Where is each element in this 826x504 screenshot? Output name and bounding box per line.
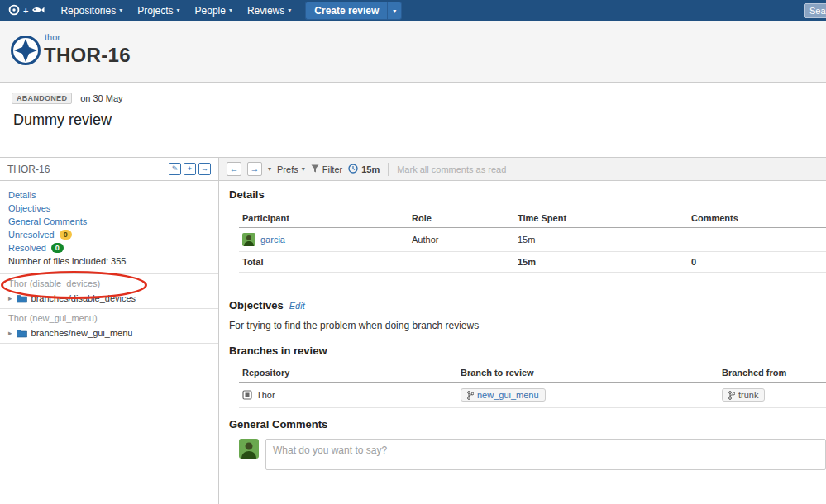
create-review-dropdown-button[interactable]: ▾ bbox=[387, 2, 402, 20]
nav-menu-repositories[interactable]: Repositories ▾ bbox=[53, 0, 130, 21]
review-header: thor THOR-16 bbox=[0, 21, 826, 83]
time-spent-button[interactable]: 15m bbox=[348, 164, 380, 175]
branches-section: Branches in review Repository Branch to … bbox=[229, 345, 826, 408]
branch-icon bbox=[728, 391, 735, 400]
table-total-row: Total 15m 0 bbox=[239, 252, 826, 273]
content-body: Details Participant Role Time Spent Comm… bbox=[219, 181, 826, 470]
previous-comment-button[interactable]: ← bbox=[227, 162, 241, 176]
folder-icon bbox=[17, 329, 27, 338]
chevron-down-icon: ▾ bbox=[119, 7, 122, 14]
participant-role: Author bbox=[408, 228, 514, 252]
total-label: Total bbox=[239, 252, 408, 273]
sidebar-item-unresolved[interactable]: Unresolved 0 bbox=[8, 228, 210, 241]
general-comments-heading: General Comments bbox=[229, 418, 826, 430]
nav-options-dropdown[interactable]: ▾ bbox=[268, 165, 271, 173]
tree-item-new-gui-menu[interactable]: ▸ branches/new_gui_menu bbox=[0, 325, 218, 344]
tree-item-label: branches/new_gui_menu bbox=[31, 328, 133, 338]
arrow-right-icon: → bbox=[251, 164, 260, 174]
branches-table: Repository Branch to review Branched fro… bbox=[239, 364, 826, 408]
sidebar-item-label: Details bbox=[8, 188, 36, 202]
add-icon[interactable]: + bbox=[184, 163, 196, 175]
edit-icon[interactable]: ✎ bbox=[169, 163, 181, 175]
create-review-button[interactable]: Create review bbox=[305, 2, 387, 20]
sidebar-item-details[interactable]: Details bbox=[8, 188, 210, 202]
main-area: THOR-16 ✎ + → Details Objectives General… bbox=[0, 157, 826, 504]
filter-label: Filter bbox=[322, 164, 342, 174]
objectives-edit-link[interactable]: Edit bbox=[289, 301, 305, 311]
app-logo[interactable]: + bbox=[0, 4, 53, 18]
table-row: Thor new_gui_menu bbox=[239, 383, 826, 408]
tree-expander-icon[interactable]: ▸ bbox=[8, 295, 12, 302]
sidebar-item-label: General Comments bbox=[8, 215, 87, 228]
tree-item-disable-devices[interactable]: ▸ branches/disable_devices bbox=[0, 290, 218, 309]
project-breadcrumb-link[interactable]: thor bbox=[45, 32, 60, 42]
avatar bbox=[239, 439, 259, 459]
logo-plus: + bbox=[23, 6, 28, 16]
column-header: Participant bbox=[239, 209, 408, 228]
resolved-count-badge: 0 bbox=[51, 243, 64, 253]
chevron-down-icon: ▾ bbox=[302, 165, 305, 173]
branch-tag: trunk bbox=[722, 388, 765, 402]
column-header: Branched from bbox=[719, 364, 826, 383]
repo-group-header: Thor (new_gui_menu) bbox=[0, 309, 218, 325]
divider bbox=[388, 163, 389, 176]
participants-table: Participant Role Time Spent Comments bbox=[239, 209, 826, 273]
participant-time: 15m bbox=[514, 228, 688, 252]
general-comments-section: General Comments bbox=[229, 418, 826, 470]
comment-input[interactable] bbox=[265, 439, 826, 470]
filter-button[interactable]: Filter bbox=[311, 164, 342, 174]
crucible-logo-icon bbox=[8, 4, 20, 18]
table-row: garcia Author 15m bbox=[239, 228, 826, 252]
total-comments: 0 bbox=[688, 252, 826, 273]
mark-all-read-button[interactable]: Mark all comments as read bbox=[397, 164, 506, 174]
branched-from-label: trunk bbox=[738, 390, 758, 400]
next-comment-button[interactable]: → bbox=[247, 162, 262, 176]
expand-panel-icon[interactable]: → bbox=[198, 163, 211, 175]
avatar bbox=[242, 233, 255, 246]
participant-link[interactable]: garcia bbox=[260, 235, 285, 245]
review-title: Dummy review bbox=[13, 112, 112, 129]
funnel-icon bbox=[311, 164, 319, 174]
chevron-down-icon: ▾ bbox=[288, 7, 291, 14]
nav-menu-projects[interactable]: Projects ▾ bbox=[130, 0, 187, 21]
column-header: Role bbox=[408, 209, 514, 228]
prefs-button[interactable]: Prefs ▾ bbox=[277, 164, 305, 174]
branch-to-review-link[interactable]: new_gui_menu bbox=[477, 390, 539, 400]
repo-group-header: Thor (disable_devices) bbox=[0, 274, 218, 290]
tree-expander-icon[interactable]: ▸ bbox=[8, 330, 12, 337]
total-time: 15m bbox=[514, 252, 688, 273]
arrow-left-icon: ← bbox=[230, 164, 239, 174]
sidebar-header: THOR-16 ✎ + → bbox=[0, 158, 218, 181]
column-header: Branch to review bbox=[457, 364, 719, 383]
fisheye-logo-icon bbox=[31, 5, 45, 17]
create-review-split-button: Create review ▾ bbox=[305, 2, 402, 20]
status-badge: ABANDONED bbox=[12, 93, 72, 104]
sidebar-item-resolved[interactable]: Resolved 0 bbox=[8, 241, 210, 254]
project-avatar-icon bbox=[10, 35, 41, 66]
nav-menu-people[interactable]: People ▾ bbox=[188, 0, 240, 21]
chevron-down-icon: ▾ bbox=[229, 7, 232, 14]
nav-menu-label: People bbox=[195, 5, 226, 17]
sidebar-tools: ✎ + → bbox=[169, 163, 211, 175]
repository-name: Thor bbox=[256, 390, 275, 400]
content-toolbar: ← → ▾ Prefs ▾ Filter 15m Mark all commen… bbox=[219, 158, 826, 181]
objectives-text: For trying to find the problem when doin… bbox=[229, 320, 826, 331]
nav-menu-reviews[interactable]: Reviews ▾ bbox=[240, 0, 298, 21]
folder-icon bbox=[17, 294, 27, 303]
branch-tag: new_gui_menu bbox=[461, 388, 546, 402]
nav-menu-label: Repositories bbox=[60, 5, 116, 17]
sidebar-item-objectives[interactable]: Objectives bbox=[8, 202, 210, 215]
branches-heading: Branches in review bbox=[229, 345, 826, 357]
participant-comments bbox=[688, 228, 826, 252]
sidebar-item-general-comments[interactable]: General Comments bbox=[8, 215, 210, 228]
sidebar-item-label: Unresolved bbox=[8, 228, 55, 241]
column-header: Comments bbox=[688, 209, 826, 228]
search-input[interactable] bbox=[804, 3, 826, 18]
sidebar-item-label: Objectives bbox=[8, 202, 50, 215]
repository-icon bbox=[242, 390, 252, 400]
clock-icon bbox=[348, 164, 358, 175]
chevron-down-icon: ▾ bbox=[177, 7, 180, 14]
content-area: ← → ▾ Prefs ▾ Filter 15m Mark all commen… bbox=[219, 158, 826, 504]
sidebar-nav: Details Objectives General Comments Unre… bbox=[0, 181, 218, 273]
prefs-label: Prefs bbox=[277, 164, 298, 174]
